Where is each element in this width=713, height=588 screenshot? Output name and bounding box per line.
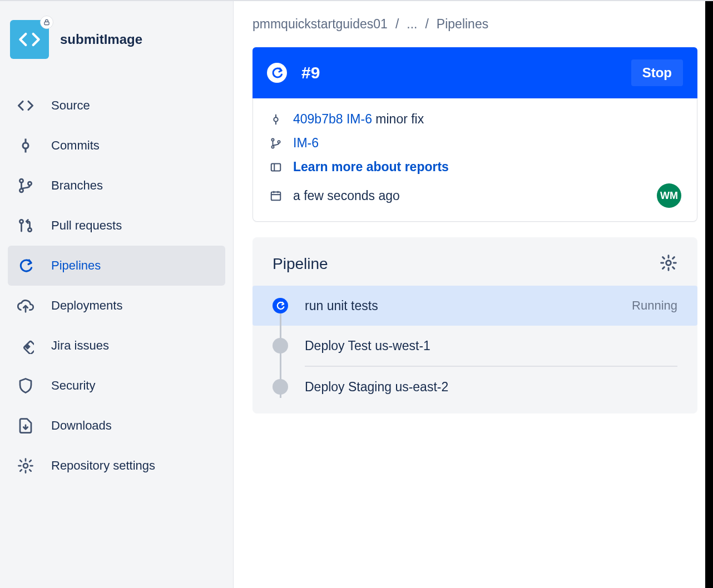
svg-rect-0 [44,22,49,24]
svg-point-6 [28,182,31,185]
pipeline-icon [16,256,36,276]
commit-hash-link[interactable]: 409b7b8 [293,112,343,126]
sidebar: submitImage Source Commits Branches Pull… [0,1,234,588]
download-file-icon [16,416,36,436]
sidebar-item-security[interactable]: Security [8,366,225,406]
commit-key-link[interactable]: IM-6 [346,112,372,126]
sidebar-item-label: Security [51,378,95,393]
sidebar-item-label: Pipelines [51,258,101,273]
sidebar-item-label: Jira issues [51,338,109,353]
commit-row: 409b7b8 IM-6 minor fix [269,112,681,127]
gear-icon [660,254,677,272]
pipeline-step[interactable]: Deploy Test us-west-1 [252,326,697,366]
cloud-upload-icon [16,296,36,316]
pullrequest-icon [16,216,36,236]
breadcrumb-separator: / [395,17,399,32]
pipeline-panel: Pipeline run unit tests Running Deploy T… [252,237,697,413]
shield-icon [16,376,36,396]
sidebar-item-downloads[interactable]: Downloads [8,406,225,446]
calendar-icon [269,188,283,203]
sidebar-item-jira-issues[interactable]: Jira issues [8,326,225,366]
commit-icon [269,112,283,127]
commit-icon [16,136,36,156]
step-status: Running [632,298,677,313]
sidebar-item-pull-requests[interactable]: Pull requests [8,206,225,246]
pipeline-step[interactable]: run unit tests Running [252,286,697,326]
code-icon [16,96,36,116]
stop-button[interactable]: Stop [631,59,683,86]
repo-header: submitImage [10,20,225,59]
sidebar-item-repository-settings[interactable]: Repository settings [8,446,225,486]
avatar: WM [657,183,681,208]
branch-icon [269,136,283,151]
sidebar-item-label: Source [51,98,90,113]
commit-message: minor fix [375,112,424,126]
sidebar-item-label: Deployments [51,298,122,313]
sidebar-item-source[interactable]: Source [8,86,225,126]
sidebar-item-label: Branches [51,178,103,193]
pipeline-step[interactable]: Deploy Staging us-east-2 [252,367,697,407]
report-icon [269,160,283,175]
window-right-border [705,1,713,588]
breadcrumb-separator: / [425,17,428,32]
running-status-icon [273,298,288,313]
svg-point-24 [666,261,671,266]
branch-link[interactable]: IM-6 [293,136,319,151]
sidebar-item-label: Downloads [51,418,112,433]
code-icon [18,28,41,51]
breadcrumb-pipelines[interactable]: Pipelines [437,17,488,32]
breadcrumb: pmmquickstartguides01 / ... / Pipelines [252,17,697,32]
lock-icon [40,16,53,29]
sidebar-item-label: Repository settings [51,459,155,473]
sidebar-item-label: Pull requests [51,218,122,233]
run-header: #9 Stop [252,47,697,98]
sidebar-item-pipelines[interactable]: Pipelines [8,246,225,286]
reports-row: Learn more about reports [269,160,681,175]
run-number: #9 [301,63,320,82]
svg-point-15 [271,138,274,141]
run-info-card: 409b7b8 IM-6 minor fix IM-6 Learn more a… [252,98,697,222]
reports-link[interactable]: Learn more about reports [293,160,449,175]
jira-icon [16,336,36,356]
branch-icon [16,176,36,196]
breadcrumb-ellipsis[interactable]: ... [407,17,417,32]
step-label: run unit tests [305,298,615,313]
sidebar-item-commits[interactable]: Commits [8,126,225,166]
nav-list: Source Commits Branches Pull requests Pi… [8,86,225,486]
branch-row: IM-6 [269,136,681,151]
svg-point-16 [271,146,274,148]
svg-point-11 [23,464,28,468]
pipeline-settings-button[interactable] [660,254,677,273]
breadcrumb-workspace[interactable]: pmmquickstartguides01 [252,17,388,32]
time-row: a few seconds ago WM [269,183,681,208]
repo-avatar [10,20,49,59]
gear-icon [16,456,36,476]
pipeline-title: Pipeline [273,255,328,273]
svg-point-4 [19,179,23,182]
pending-status-icon [273,379,288,395]
pipeline-steps: run unit tests Running Deploy Test us-we… [252,286,697,407]
main: pmmquickstartguides01 / ... / Pipelines … [234,1,713,588]
svg-point-1 [23,143,28,148]
svg-rect-18 [271,163,281,171]
svg-point-17 [278,141,280,143]
sidebar-item-branches[interactable]: Branches [8,166,225,206]
pending-status-icon [273,338,288,353]
sidebar-item-label: Commits [51,138,100,153]
repo-title: submitImage [60,32,142,47]
svg-rect-20 [271,192,281,201]
step-label: Deploy Staging us-east-2 [305,380,661,395]
time-text: a few seconds ago [293,188,400,203]
svg-point-5 [19,189,23,192]
step-label: Deploy Test us-west-1 [305,338,661,353]
sidebar-item-deployments[interactable]: Deployments [8,286,225,326]
svg-point-12 [274,117,278,121]
running-spinner-icon [267,63,287,83]
